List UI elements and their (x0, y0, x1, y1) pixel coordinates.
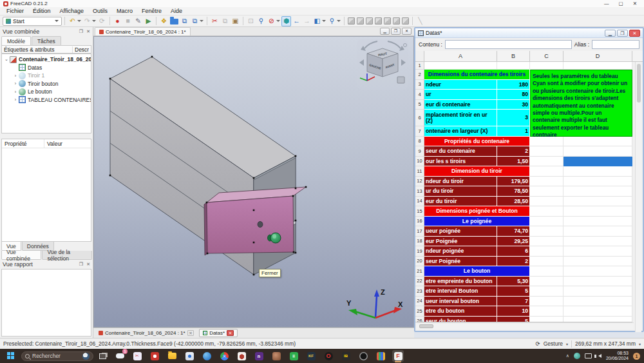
cell-c[interactable] (530, 286, 564, 297)
tab-vue-combinee[interactable]: Vue combinée (1, 251, 41, 260)
cell-a[interactable]: Dimension du tiroir (424, 166, 530, 177)
cell-b[interactable]: 6 (497, 246, 530, 257)
cell-b[interactable]: 5 (497, 286, 530, 297)
opera-icon[interactable]: O (323, 350, 334, 362)
cell-a[interactable] (424, 62, 497, 70)
cell-c[interactable] (530, 306, 564, 317)
drawer-imprint-hole[interactable] (258, 222, 263, 228)
play-macro-icon[interactable]: ▶ (144, 16, 153, 26)
left-view-icon[interactable] (401, 16, 410, 26)
cell-a[interactable]: ndeur poignée (424, 246, 497, 257)
record-macro-icon[interactable]: ● (113, 16, 122, 26)
row-number[interactable]: 23 (415, 286, 424, 297)
document-tab[interactable]: Contenaire_Tiroir_18_06_2024 : 1* ✕ (95, 329, 198, 337)
task-view-icon[interactable] (97, 350, 108, 362)
workbench-selector[interactable]: Start (3, 17, 62, 26)
cell-b[interactable]: 1 (497, 126, 530, 137)
cell-a[interactable]: eur Poignée (424, 237, 497, 247)
tree-item[interactable]: › Tiroir 1 (2, 72, 91, 80)
cell-a[interactable]: mplacement tiroir en ur (Z) (424, 110, 497, 126)
dark-circle-app-icon[interactable] (357, 350, 369, 362)
row-number[interactable]: 19 (415, 246, 424, 257)
export-view-icon[interactable]: ⧉ (180, 16, 189, 26)
open-folder-icon[interactable] (169, 16, 179, 26)
cell-c[interactable] (530, 317, 564, 323)
tree-item[interactable]: › TABLEAU CONTENAIRES (2, 96, 91, 104)
row-number[interactable]: 25 (415, 306, 424, 317)
cell-b[interactable]: 10 (497, 306, 530, 317)
close-tab-icon[interactable]: ✕ (227, 330, 233, 336)
datas-minimize-button[interactable]: ▁ (605, 30, 616, 37)
file-explorer-icon[interactable] (166, 350, 178, 362)
nav-forward-icon[interactable]: → (302, 16, 312, 26)
cell-b[interactable]: 179,50 (497, 177, 530, 187)
menu-item[interactable]: Édition (28, 8, 55, 14)
cell-a[interactable]: ur du tiroir (424, 186, 497, 197)
row-number[interactable]: 14 (415, 197, 424, 207)
document-tab[interactable]: Datas* ✕ (199, 329, 237, 337)
tab-taches[interactable]: Tâches (32, 36, 61, 45)
chrome-icon[interactable] (218, 350, 230, 362)
row-number[interactable]: 18 (415, 237, 424, 247)
3d-view-tab[interactable]: Contenaire_Tiroir_18_06_2024 : 1* (95, 27, 191, 35)
undo-icon[interactable]: ↶ (68, 16, 82, 26)
green-app-icon[interactable]: ⠿ (288, 350, 299, 362)
navigation-style-selector[interactable]: Gesture (544, 340, 563, 347)
row-number[interactable]: 8 (415, 137, 424, 147)
snipping-app-icon[interactable]: ✂ (131, 350, 143, 362)
media-app-icon[interactable] (236, 350, 247, 362)
remote-app-icon[interactable] (184, 350, 195, 362)
column-header[interactable]: A (424, 51, 497, 61)
alias-input[interactable] (592, 40, 639, 49)
rear-view-icon[interactable] (383, 16, 392, 26)
tree-expander-icon[interactable]: ⌄ (4, 57, 9, 62)
edit-macro-icon[interactable]: ✎ (133, 16, 143, 26)
notification-center-badge[interactable]: 1 (633, 353, 640, 360)
menu-item[interactable]: Outils (88, 8, 112, 14)
float-panel-icon[interactable]: ❐ (79, 29, 83, 34)
navcube-mini-cube-icon[interactable] (397, 77, 404, 83)
cell-d[interactable] (564, 177, 632, 187)
cell-b[interactable]: 78,50 (497, 186, 530, 197)
view-dimensions[interactable]: 269,62 mm x 247,34 mm (575, 340, 636, 347)
row-number[interactable]: 2 (415, 70, 424, 80)
tree-item[interactable]: Datas (2, 64, 91, 72)
cell-a[interactable]: etre du bouton (424, 306, 497, 317)
ib-app-icon[interactable]: IB (340, 350, 352, 362)
tree-item[interactable]: › Le bouton (2, 88, 91, 96)
cell-d[interactable] (564, 286, 632, 297)
start-button[interactable] (7, 352, 15, 360)
taskbar-search[interactable]: Rechercher (21, 351, 93, 361)
cell-c[interactable] (530, 217, 564, 227)
row-number[interactable]: 3 (415, 80, 424, 90)
cell-c[interactable] (530, 246, 564, 257)
cell-d[interactable] (564, 217, 632, 227)
row-number[interactable]: 24 (415, 297, 424, 307)
kicad-app-icon[interactable]: KF (305, 350, 317, 362)
cell-a[interactable]: ueur interval bouton (424, 297, 497, 307)
cell-c[interactable] (530, 266, 564, 277)
vertical-scrollbar[interactable] (635, 62, 641, 332)
zoom-box-icon[interactable]: ⊡ (246, 16, 256, 26)
cell-a[interactable]: Dimensions poignée et Bouton (424, 206, 530, 217)
cell-a[interactable]: ueur poignée (424, 226, 497, 237)
color-bars-app-icon[interactable] (375, 350, 386, 362)
row-number[interactable]: 16 (415, 217, 424, 227)
browser-sphere-icon[interactable] (201, 350, 213, 362)
cell-a[interactable]: eur di contenaire (424, 100, 497, 110)
datas-restore-button[interactable]: ❐ (617, 30, 628, 37)
cell-c[interactable] (530, 197, 564, 207)
zoom-in-icon[interactable]: ⚲ (327, 16, 341, 26)
row-number[interactable]: 7 (415, 126, 424, 137)
cell-b[interactable]: 80 (497, 90, 530, 100)
column-header[interactable]: C (530, 51, 564, 61)
cell-c[interactable] (530, 157, 564, 167)
cell-d[interactable] (564, 137, 632, 147)
cell-d[interactable] (564, 186, 632, 197)
horizontal-scrollbar[interactable] (417, 322, 634, 329)
tree-expander-icon[interactable]: › (13, 97, 18, 102)
cell-c[interactable] (530, 166, 564, 177)
cell-c[interactable] (530, 237, 564, 247)
cell-a[interactable]: seur du bouton (424, 317, 497, 323)
cell-b[interactable]: 30 (497, 100, 530, 110)
